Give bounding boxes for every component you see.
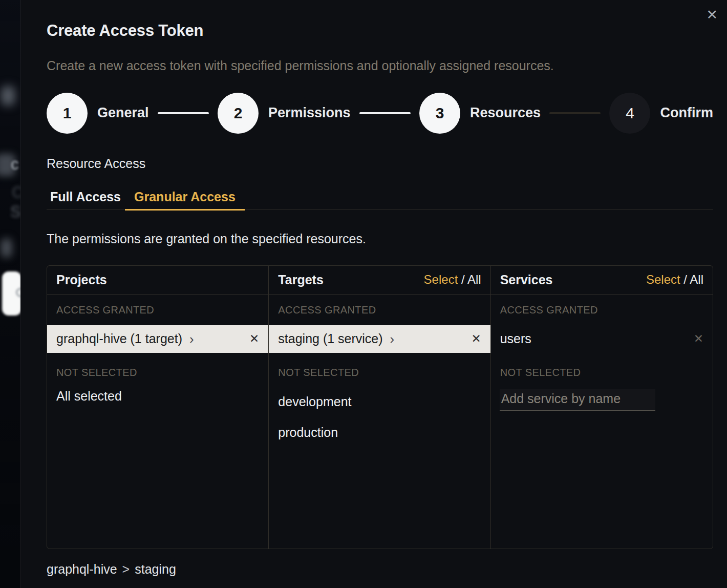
wizard-stepper: 1 General 2 Permissions 3 Resources 4 Co… [47, 93, 713, 134]
add-service-input[interactable] [500, 389, 655, 411]
remove-target-icon[interactable]: ✕ [470, 332, 482, 346]
create-access-token-dialog: ✕ Create Access Token Create a new acces… [20, 0, 727, 588]
tab-granular-access[interactable]: Granular Access [125, 190, 245, 211]
targets-column-header: Targets Select / All [269, 266, 490, 295]
step-label: Permissions [268, 105, 351, 121]
close-icon[interactable]: ✕ [703, 5, 721, 25]
step-number-circle: 1 [47, 93, 88, 134]
target-option-development[interactable]: development [269, 394, 490, 409]
not-selected-label: NOT SELECTED [491, 365, 713, 381]
step-connector [158, 112, 209, 114]
blurred-text-fragment: c [11, 155, 19, 174]
step-number-circle: 4 [609, 93, 650, 134]
services-header-label: Services [500, 272, 553, 287]
step-number-circle: 3 [419, 93, 460, 134]
granted-project-label: graphql-hive (1 target) [56, 331, 182, 346]
granted-service-label: users [500, 331, 531, 346]
tab-full-access[interactable]: Full Access [47, 190, 125, 209]
dialog-title: Create Access Token [47, 22, 713, 40]
services-column-header: Services Select / All [491, 266, 713, 295]
services-all-link[interactable]: All [690, 272, 703, 286]
breadcrumb-separator: > [122, 562, 130, 577]
targets-select-all: Select / All [424, 272, 481, 287]
blurred-text-fragment: S [10, 203, 20, 221]
blurred-text-fragment: C [12, 183, 20, 202]
granted-target-row[interactable]: staging (1 service) › ✕ [269, 325, 490, 353]
access-granted-label: ACCESS GRANTED [269, 303, 490, 318]
remove-service-icon[interactable]: ✕ [693, 332, 704, 346]
step-label: Resources [470, 105, 541, 121]
step-connector [359, 112, 411, 114]
granted-target-label: staging (1 service) [278, 331, 382, 346]
targets-all-link[interactable]: All [467, 272, 481, 286]
step-permissions[interactable]: 2 Permissions [218, 93, 351, 134]
blurred-blob [1, 86, 15, 106]
select-all-separator: / [458, 272, 467, 286]
resource-access-tabs: Full Access Granular Access [47, 190, 713, 210]
services-column: Services Select / All ACCESS GRANTED use… [491, 266, 713, 549]
blurred-blob [1, 239, 12, 257]
granted-service-row: users ✕ [491, 325, 713, 353]
granular-access-note: The permissions are granted on the speci… [47, 232, 713, 246]
blurred-ring [16, 288, 20, 297]
resource-access-heading: Resource Access [47, 156, 713, 171]
resource-picker-table: Projects ACCESS GRANTED graphql-hive (1 … [47, 265, 713, 549]
breadcrumb-target: staging [135, 562, 176, 577]
services-select-link[interactable]: Select [646, 272, 680, 286]
step-label: Confirm [660, 105, 713, 121]
step-general[interactable]: 1 General [47, 93, 149, 134]
not-selected-label: NOT SELECTED [47, 365, 268, 381]
projects-column: Projects ACCESS GRANTED graphql-hive (1 … [47, 266, 269, 549]
targets-header-label: Targets [278, 272, 323, 287]
projects-column-header: Projects [47, 266, 268, 295]
step-label: General [97, 105, 149, 121]
chevron-right-icon: › [189, 332, 194, 346]
access-granted-label: ACCESS GRANTED [47, 303, 268, 318]
services-select-all: Select / All [646, 272, 703, 287]
granted-project-row[interactable]: graphql-hive (1 target) › ✕ [47, 325, 268, 353]
access-granted-label: ACCESS GRANTED [491, 303, 713, 318]
not-selected-label: NOT SELECTED [269, 365, 490, 381]
target-option-production[interactable]: production [269, 425, 490, 440]
step-connector [549, 112, 601, 114]
blurred-card [2, 271, 20, 316]
chevron-right-icon: › [390, 332, 395, 346]
dialog-description: Create a new access token with specified… [47, 58, 713, 73]
projects-header-label: Projects [56, 272, 107, 287]
step-resources[interactable]: 3 Resources [419, 93, 541, 134]
targets-select-link[interactable]: Select [424, 272, 458, 286]
breadcrumb-project: graphql-hive [47, 562, 117, 577]
select-all-separator: / [680, 272, 690, 286]
targets-column: Targets Select / All ACCESS GRANTED stag… [269, 266, 490, 549]
breadcrumb: graphql-hive > staging [47, 562, 713, 577]
projects-status-text: All selected [47, 389, 268, 404]
background-page: c C S [0, 0, 20, 588]
step-confirm: 4 Confirm [609, 93, 713, 134]
step-number-circle: 2 [218, 93, 259, 134]
remove-project-icon[interactable]: ✕ [248, 332, 260, 346]
